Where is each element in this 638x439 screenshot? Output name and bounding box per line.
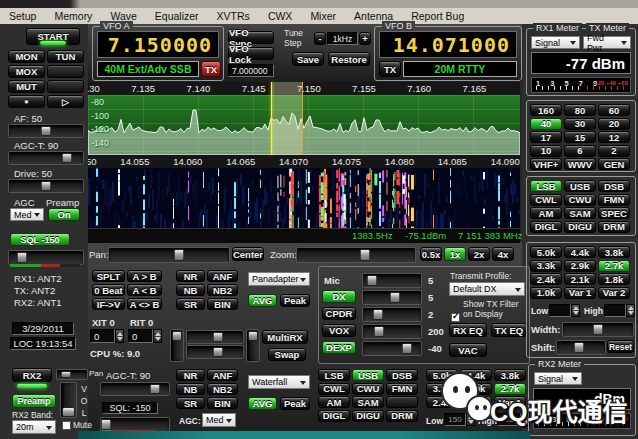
zoom-level-0-5x-button[interactable]: 0.5x: [420, 247, 442, 261]
slider-thumb[interactable]: [374, 326, 385, 337]
show-tx-filter-checkbox[interactable]: [451, 313, 460, 322]
vfo-a-frequency[interactable]: 7.150000: [97, 31, 219, 58]
mon-button[interactable]: MON: [8, 50, 45, 63]
rx2-display-mode-select[interactable]: Waterfall: [248, 375, 310, 389]
mode-lsb-button[interactable]: LSB: [530, 180, 562, 192]
agct-slider[interactable]: [8, 151, 84, 165]
waterfall-display[interactable]: [88, 168, 520, 228]
slider-thumb[interactable]: [248, 331, 258, 341]
filter-2-1k-button[interactable]: 2.1k: [564, 273, 596, 285]
slider-thumb[interactable]: [150, 384, 161, 394]
tun-button[interactable]: TUN: [47, 50, 84, 63]
panadapter-spectrum[interactable]: -80-100-120-140: [88, 95, 520, 155]
mode-spec-button[interactable]: SPEC: [598, 207, 630, 219]
vfo-b-frequency[interactable]: 14.071000: [379, 31, 517, 58]
band-2-button[interactable]: 2: [598, 145, 630, 157]
tx-eq-button[interactable]: TX EQ: [491, 323, 527, 337]
rx2-meter-select[interactable]: Signal: [534, 372, 582, 385]
vfo-op-if-v-button[interactable]: IF->V: [92, 298, 125, 310]
transmit-profile-select[interactable]: Default DX: [449, 282, 525, 296]
band-40-button[interactable]: 40: [530, 118, 562, 130]
mode-usb-button[interactable]: USB: [564, 180, 596, 192]
band-6-button[interactable]: 6: [564, 145, 596, 157]
menu-cwx[interactable]: CWX: [259, 10, 302, 22]
squelch-button[interactable]: SQL -150: [10, 233, 70, 246]
rx2-mode-usb-button[interactable]: USB: [352, 369, 384, 381]
slider-thumb[interactable]: [389, 292, 400, 303]
filter-4-4k-button[interactable]: 4.4k: [564, 246, 596, 258]
slider-thumb[interactable]: [573, 342, 584, 353]
slider-thumb[interactable]: [372, 309, 383, 320]
save-button[interactable]: Save: [292, 52, 324, 66]
filter-high-arrows[interactable]: [626, 304, 635, 317]
width-slider[interactable]: [562, 322, 634, 337]
vac-button[interactable]: VAC: [449, 343, 487, 357]
center-button[interactable]: Center: [232, 247, 264, 261]
peak-button[interactable]: Peak: [280, 294, 310, 307]
agc-select[interactable]: Med: [10, 208, 44, 221]
rx2-mode-digu-button[interactable]: DIGU: [352, 410, 384, 422]
filter-2-9k-button[interactable]: 2.9k: [564, 260, 596, 272]
af-slider[interactable]: [8, 124, 84, 138]
zoom-slider[interactable]: [296, 247, 416, 263]
rx2-mode-fmn-button[interactable]: FMN: [386, 383, 418, 395]
filter-2-7k-button[interactable]: 2.7k: [598, 260, 630, 272]
filter-1-8k-button[interactable]: 1.8k: [598, 273, 630, 285]
mode-drm-button[interactable]: DRM: [598, 221, 630, 233]
cpdr-button[interactable]: CPDR: [322, 307, 356, 320]
rx1-meter-select[interactable]: Signal: [531, 36, 580, 49]
filter-3-3k-button[interactable]: 3.3k: [530, 260, 562, 272]
band-20-button[interactable]: 20: [598, 118, 630, 130]
menu-setup[interactable]: Setup: [0, 10, 45, 22]
mox-button[interactable]: MOX: [8, 65, 45, 78]
vfo-lock-button[interactable]: VFO Lock: [228, 47, 274, 60]
rx2-dsp-sr-button[interactable]: SR: [176, 397, 205, 409]
rx2-mode-dsb-button[interactable]: DSB: [386, 369, 418, 381]
multirx-slider-a[interactable]: [186, 330, 244, 344]
slider-thumb[interactable]: [366, 275, 377, 286]
tx-meter-select[interactable]: Fwd Pwr: [583, 36, 631, 49]
slider-thumb[interactable]: [212, 347, 223, 357]
vox-slider[interactable]: [362, 324, 422, 339]
play-button[interactable]: ▷: [47, 95, 84, 108]
preamp-toggle[interactable]: On: [48, 208, 80, 221]
rx2-mode-cwu-button[interactable]: CWU: [352, 383, 384, 395]
multirx-button[interactable]: MultiRX: [262, 330, 308, 344]
dexp-button[interactable]: DEXP: [322, 341, 356, 354]
rx2-peak-button[interactable]: Peak: [280, 397, 310, 410]
filter-var-2-button[interactable]: Var 2: [598, 287, 630, 299]
rx-eq-button[interactable]: RX EQ: [449, 323, 487, 337]
cpdr-slider[interactable]: [362, 307, 422, 322]
tune-step-up-button[interactable]: +: [359, 32, 371, 45]
rx2-preamp-button[interactable]: Preamp: [12, 394, 56, 408]
shift-slider[interactable]: [556, 340, 606, 355]
rx2-agct-slider[interactable]: [100, 382, 170, 396]
vfo-op-splt-button[interactable]: SPLT: [92, 270, 125, 282]
rx2-mode-lsb-button[interactable]: LSB: [318, 369, 350, 381]
vfo-op-a-b-button[interactable]: A > B: [127, 270, 162, 282]
mode-digu-button[interactable]: DIGU: [564, 221, 596, 233]
waterfall-canvas[interactable]: [88, 168, 520, 228]
slider-thumb[interactable]: [593, 324, 604, 335]
rx2-dsp-nb2-button[interactable]: NB2: [207, 383, 238, 395]
rx2-mode-cwl-button[interactable]: CWL: [318, 383, 350, 395]
mute-checkbox[interactable]: [62, 421, 71, 430]
dexp-slider[interactable]: [362, 341, 422, 356]
dsp-bin-button[interactable]: BIN: [207, 298, 238, 310]
filter-5-0k-button[interactable]: 5.0k: [530, 246, 562, 258]
avg-button[interactable]: AVG: [248, 294, 277, 307]
band-60-button[interactable]: 60: [598, 104, 630, 116]
dx-slider[interactable]: [362, 290, 422, 305]
slider-thumb[interactable]: [17, 252, 28, 263]
mic-slider[interactable]: [362, 273, 422, 288]
rx2-pan-slider[interactable]: [56, 369, 88, 380]
slider-thumb[interactable]: [173, 249, 184, 261]
mode-dsb-button[interactable]: DSB: [598, 180, 630, 192]
rx2-dsp-bin-button[interactable]: BIN: [207, 397, 238, 409]
band-10-button[interactable]: 10: [530, 145, 562, 157]
band-17-button[interactable]: 17: [530, 131, 562, 143]
slider-thumb[interactable]: [61, 371, 72, 378]
vfo-b-tx-button[interactable]: TX: [379, 61, 401, 77]
slider-thumb[interactable]: [172, 331, 182, 341]
slider-thumb[interactable]: [41, 126, 52, 136]
